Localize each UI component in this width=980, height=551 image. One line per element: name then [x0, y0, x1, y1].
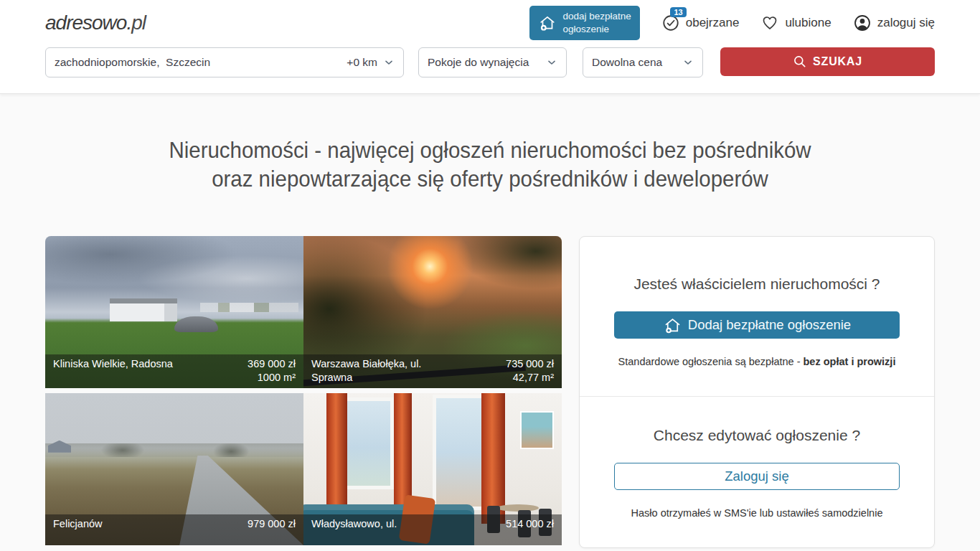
search-button-label: SZUKAJ: [813, 55, 862, 68]
logo-tld: pl: [131, 11, 146, 34]
user-circle-icon: [853, 14, 872, 32]
edit-section: Chcesz edytować ogłoszenie ? Zaloguj się…: [580, 396, 934, 547]
owner-heading: Jesteś właścicielem nieruchomości ?: [614, 276, 900, 293]
page-title: Nieruchomości - najwięcej ogłoszeń nieru…: [45, 136, 935, 193]
listing-price-area: 369 000 zł 1000 m²: [248, 357, 296, 385]
photo-element: [110, 298, 177, 321]
photo-element: [48, 441, 71, 453]
price-select[interactable]: Dowolna cena: [583, 47, 703, 77]
owner-note: Standardowe ogłoszenia są bezpłatne - be…: [614, 356, 900, 367]
listing-price-area: 514 000 zł: [506, 517, 554, 542]
property-type-select[interactable]: Pokoje do wynajęcia: [418, 47, 567, 77]
listing-price: 514 000 zł: [506, 517, 554, 531]
logo-brand: adresowo: [45, 11, 126, 34]
listing-caption: Felicjanów 979 000 zł: [45, 514, 303, 545]
listing-price: 735 000 zł: [506, 357, 554, 371]
listing-caption: Władysławowo, ul. 514 000 zł: [303, 514, 562, 545]
listing-price: 369 000 zł: [248, 357, 296, 371]
listing-price-area: 735 000 zł 42,77 m²: [506, 357, 554, 385]
chevron-down-icon: [546, 57, 557, 68]
page-title-line1: Nieruchomości - najwięcej ogłoszeń nieru…: [81, 136, 900, 164]
search-bar: zachodniopomorskie, Szczecin +0 km Pokoj…: [45, 47, 935, 77]
search-button[interactable]: SZUKAJ: [720, 47, 935, 76]
listing-location: Kliniska Wielkie, Radosna: [53, 357, 197, 385]
viewed-link[interactable]: 13 obejrzane: [661, 14, 740, 32]
listing-location: Felicjanów: [53, 517, 197, 542]
radius-value: +0 km: [347, 56, 377, 69]
listing-card[interactable]: Kliniska Wielkie, Radosna 369 000 zł 100…: [45, 236, 303, 388]
viewed-count-badge: 13: [670, 7, 686, 17]
site-header: adresowo.pl dodaj bezpłatneogłoszenie: [0, 0, 980, 94]
listing-card[interactable]: Władysławowo, ul. 514 000 zł: [303, 393, 562, 545]
photo-element: [394, 393, 412, 507]
listing-caption: Kliniska Wielkie, Radosna 369 000 zł 100…: [45, 354, 303, 388]
photo-element: [326, 393, 347, 515]
listing-location: Warszawa Białołęka, ul. Sprawna: [311, 357, 455, 385]
login-button-label: Zaloguj się: [725, 468, 788, 484]
photo-element: [342, 397, 394, 489]
location-input[interactable]: zachodniopomorskie, Szczecin +0 km: [45, 47, 404, 77]
listing-price-area: 979 000 zł: [248, 517, 296, 542]
page-title-line2: oraz niepowtarzające się oferty pośredni…: [81, 164, 900, 193]
header-actions: dodaj bezpłatneogłoszenie 13 obejrzane: [529, 6, 935, 39]
add-listing-button[interactable]: dodaj bezpłatneogłoszenie: [529, 6, 639, 39]
listing-price: 979 000 zł: [248, 517, 296, 531]
owner-panel: Jesteś właścicielem nieruchomości ? Doda…: [579, 236, 935, 548]
edit-note: Hasło otrzymałeś w SMS'ie lub ustawiłeś …: [614, 507, 900, 519]
viewed-label: obejrzane: [686, 16, 740, 30]
listing-card[interactable]: Warszawa Białołęka, ul. Sprawna 735 000 …: [303, 236, 562, 388]
site-logo[interactable]: adresowo.pl: [45, 11, 146, 34]
photo-element: [174, 316, 218, 331]
login-link[interactable]: zaloguj się: [853, 14, 935, 32]
add-free-listing-button[interactable]: Dodaj bezpłatne ogłoszenie: [614, 311, 900, 339]
photo-element: [45, 443, 303, 457]
magnifier-icon: [793, 55, 807, 69]
add-free-listing-label: Dodaj bezpłatne ogłoszenie: [688, 317, 851, 333]
listing-area: 42,77 m²: [506, 371, 554, 385]
chevron-down-icon: [383, 57, 395, 68]
login-button[interactable]: Zaloguj się: [614, 463, 900, 490]
photo-element: [200, 303, 298, 312]
listing-grid: Kliniska Wielkie, Radosna 369 000 zł 100…: [45, 236, 562, 545]
photo-element: [520, 411, 554, 449]
listing-card[interactable]: Felicjanów 979 000 zł: [45, 393, 303, 545]
price-value: Dowolna cena: [592, 56, 662, 69]
location-value: zachodniopomorskie, Szczecin: [55, 56, 210, 69]
owner-section: Jesteś właścicielem nieruchomości ? Doda…: [580, 237, 934, 396]
favorites-label: ulubione: [785, 16, 831, 30]
photo-element: [433, 395, 487, 510]
listing-caption: Warszawa Białołęka, ul. Sprawna 735 000 …: [303, 354, 562, 388]
photo-element: [481, 393, 504, 524]
top-bar: adresowo.pl dodaj bezpłatneogłoszenie: [45, 0, 935, 30]
login-label: zaloguj się: [877, 16, 935, 30]
radius-dropdown[interactable]: +0 km: [347, 56, 395, 69]
property-type-value: Pokoje do wynajęcia: [428, 56, 529, 69]
favorites-link[interactable]: ulubione: [760, 14, 831, 32]
house-plus-icon: [538, 14, 557, 32]
listing-location: Władysławowo, ul.: [311, 517, 455, 542]
house-plus-icon: [663, 316, 682, 335]
add-listing-label: dodaj bezpłatneogłoszenie: [562, 10, 631, 35]
listing-area: 1000 m²: [248, 371, 296, 385]
check-circle-icon: 13: [661, 14, 680, 32]
chevron-down-icon: [682, 57, 694, 68]
heart-icon: [760, 14, 779, 32]
edit-heading: Chcesz edytować ogłoszenie ?: [614, 427, 900, 444]
